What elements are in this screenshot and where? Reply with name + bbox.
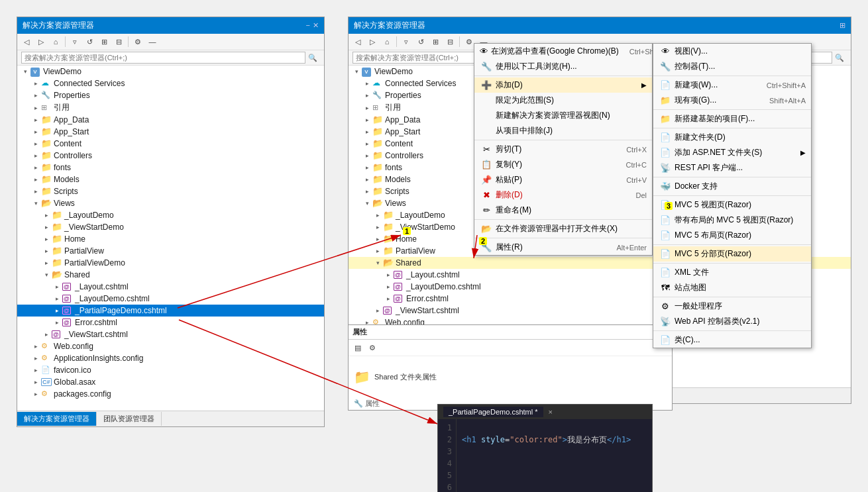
menu-item-10[interactable]: 📌粘贴(P)Ctrl+V — [474, 172, 652, 187]
menu-item-5[interactable]: 新建解决方案资源管理器视图(N) — [474, 108, 652, 123]
tree-node-2[interactable]: ▸🔧Properties — [17, 89, 324, 101]
menu-item-14[interactable]: 📂在文件资源管理器中打开文件夹(X) — [474, 221, 652, 236]
tree-node-14[interactable]: ▸📁Home — [17, 233, 324, 245]
expand-arrow-15[interactable]: ▸ — [372, 248, 383, 254]
tree-node-13[interactable]: ▸📁_ViewStartDemo — [17, 221, 324, 233]
filter-btn-r[interactable]: ▿ — [400, 35, 413, 48]
left-search-input[interactable] — [21, 52, 305, 64]
tree-node-18[interactable]: ▸@_Layout.cshtml — [17, 281, 324, 293]
expand-arrow-27[interactable]: ▸ — [30, 391, 41, 397]
pin-icon-right[interactable]: ⊞ — [840, 21, 845, 30]
expand-btn[interactable]: ⊞ — [97, 35, 111, 48]
expand-arrow-6[interactable]: ▸ — [362, 140, 372, 147]
filter-btn[interactable]: ▿ — [68, 35, 81, 48]
expand-arrow-18[interactable]: ▸ — [383, 283, 394, 290]
menu-item-20[interactable]: 📄XML 文件 — [653, 265, 811, 280]
tree-node-25[interactable]: ▸📄favicon.ico — [17, 364, 324, 376]
expand-arrow-11[interactable]: ▾ — [362, 200, 372, 207]
search-button-r[interactable]: 🔍 — [832, 54, 847, 62]
menu-item-12[interactable]: ✏重命名(M) — [474, 203, 652, 218]
expand-arrow-4[interactable]: ▸ — [30, 117, 41, 123]
menu-item-1[interactable]: 🔧控制器(T)... — [653, 59, 811, 74]
menu-item-3[interactable]: ➕添加(D)▶ — [474, 77, 652, 93]
expand-arrow-19[interactable]: ▸ — [383, 295, 394, 302]
expand-btn-r[interactable]: ⊞ — [429, 35, 442, 48]
expand-arrow-20[interactable]: ▸ — [52, 307, 62, 314]
expand-arrow-9[interactable]: ▸ — [30, 176, 41, 183]
expand-arrow-13[interactable]: ▸ — [41, 224, 52, 230]
expand-arrow-6[interactable]: ▸ — [30, 140, 41, 147]
menu-item-8[interactable]: 📄新建文件夹(D) — [653, 130, 811, 145]
minus-btn[interactable]: — — [146, 35, 159, 48]
expand-arrow-24[interactable]: ▸ — [30, 355, 41, 362]
tree-node-7[interactable]: ▸📁Controllers — [17, 150, 324, 162]
tree-node-19[interactable]: ▸@_LayoutDemo.cshtml — [17, 293, 324, 305]
expand-arrow-12[interactable]: ▸ — [372, 212, 383, 219]
expand-arrow-26[interactable]: ▸ — [30, 379, 41, 385]
forward-btn[interactable]: ▷ — [34, 35, 48, 48]
collapse-btn-r[interactable]: ⊟ — [443, 35, 457, 48]
tree-node-11[interactable]: ▾📂Views — [17, 197, 324, 209]
expand-arrow-20[interactable]: ▸ — [372, 307, 383, 314]
menu-item-23[interactable]: ⚙一般处理程序 — [653, 299, 811, 314]
expand-arrow-11[interactable]: ▾ — [30, 200, 41, 207]
tree-node-15[interactable]: ▸📁PartialView — [17, 245, 324, 257]
menu-item-8[interactable]: ✂剪切(T)Ctrl+X — [474, 142, 652, 157]
tree-node-17[interactable]: ▾📂Shared — [17, 269, 324, 281]
expand-arrow-1[interactable]: ▸ — [30, 80, 41, 87]
settings-btn[interactable]: ⚙ — [131, 35, 144, 48]
expand-arrow-19[interactable]: ▸ — [52, 295, 62, 302]
expand-arrow-14[interactable]: ▸ — [41, 236, 52, 242]
expand-arrow-16[interactable]: ▸ — [41, 260, 52, 266]
code-close-btn[interactable]: × — [549, 408, 553, 416]
refresh-btn-r[interactable]: ↺ — [414, 35, 427, 48]
expand-arrow-2[interactable]: ▸ — [30, 92, 41, 99]
tree-node-16[interactable]: ▸📁PartialViewDemo — [17, 257, 324, 269]
back-btn[interactable]: ◁ — [20, 35, 33, 48]
tree-node-10[interactable]: ▸📁Scripts — [17, 185, 324, 197]
expand-arrow-21[interactable]: ▸ — [52, 319, 62, 326]
home-btn-r[interactable]: ⌂ — [380, 35, 394, 48]
tree-node-20[interactable]: ▸@_PartialPageDemo.cshtml — [17, 305, 324, 317]
menu-item-26[interactable]: 📄类(C)... — [653, 332, 811, 348]
expand-arrow-1[interactable]: ▸ — [362, 80, 372, 87]
tree-node-8[interactable]: ▸📁fonts — [17, 162, 324, 173]
menu-item-12[interactable]: 🐳Docker 支持 — [653, 179, 811, 194]
menu-item-11[interactable]: ✖删除(D)Del — [474, 187, 652, 203]
expand-arrow-23[interactable]: ▸ — [30, 343, 41, 350]
tab-team-left[interactable]: 团队资源管理器 — [97, 412, 162, 426]
props-btn2[interactable]: ⚙ — [366, 341, 379, 354]
menu-item-16[interactable]: 📄MVC 5 布局页(Razor) — [653, 228, 811, 243]
expand-arrow-17[interactable]: ▾ — [41, 271, 52, 278]
expand-arrow-22[interactable]: ▸ — [41, 331, 52, 338]
tree-node-22[interactable]: ▸@_ViewStart.cshtml — [17, 328, 324, 340]
expand-arrow-4[interactable]: ▸ — [362, 117, 372, 123]
code-content[interactable]: <h1 style="color:red">我是分布页</h1> — [457, 419, 652, 492]
tab-solution-explorer-left[interactable]: 解决方案资源管理器 — [17, 412, 97, 426]
props-btn1[interactable]: ▤ — [351, 341, 364, 354]
expand-arrow-14[interactable]: ▸ — [372, 236, 383, 242]
expand-arrow-3[interactable]: ▸ — [30, 105, 41, 111]
expand-arrow-3[interactable]: ▸ — [362, 105, 372, 111]
pin-icon[interactable]: − — [306, 21, 310, 30]
tree-node-26[interactable]: ▸C#Global.asax — [17, 376, 324, 388]
tree-node-5[interactable]: ▸📁App_Start — [17, 126, 324, 138]
forward-btn-r[interactable]: ▷ — [366, 35, 379, 48]
menu-item-6[interactable]: 📁新搭建基架的项目(F)... — [653, 111, 811, 126]
menu-item-21[interactable]: 🗺站点地图 — [653, 280, 811, 295]
tree-node-9[interactable]: ▸📁Models — [17, 173, 324, 185]
expand-arrow-8[interactable]: ▸ — [362, 164, 372, 171]
expand-arrow-25[interactable]: ▸ — [30, 367, 41, 373]
back-btn-r[interactable]: ◁ — [351, 35, 364, 48]
expand-arrow-7[interactable]: ▸ — [30, 152, 41, 159]
expand-arrow-10[interactable]: ▸ — [30, 188, 41, 195]
expand-arrow-9[interactable]: ▸ — [362, 176, 372, 183]
expand-arrow-16[interactable]: ▾ — [372, 260, 383, 266]
expand-arrow-15[interactable]: ▸ — [41, 248, 52, 254]
menu-item-4[interactable]: 限定为此范围(S) — [474, 93, 652, 108]
expand-arrow-0[interactable]: ▾ — [351, 68, 362, 75]
tree-node-6[interactable]: ▸📁Content — [17, 138, 324, 150]
expand-arrow-12[interactable]: ▸ — [41, 212, 52, 219]
expand-arrow-7[interactable]: ▸ — [362, 152, 372, 159]
menu-item-0[interactable]: 👁在浏览器中查看(Google Chrome)(B)Ctrl+Shift+W — [474, 44, 652, 59]
